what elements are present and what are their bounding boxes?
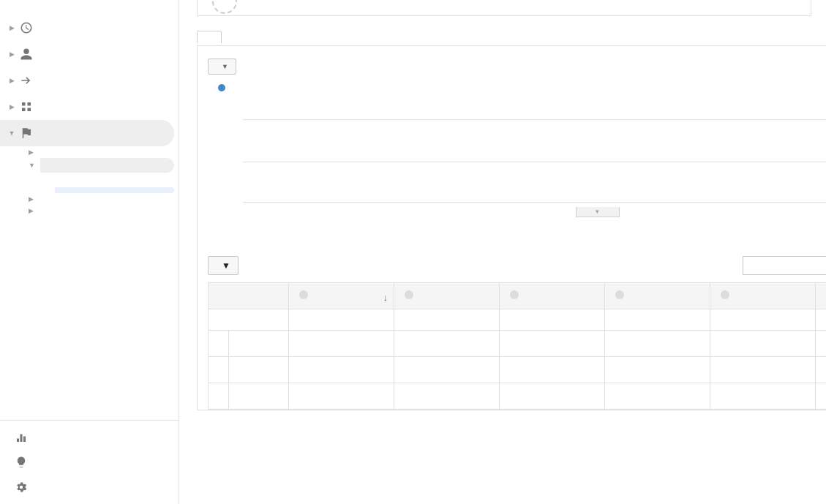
nav-admin[interactable]	[0, 475, 179, 500]
chart-x-axis	[208, 204, 826, 207]
gear-icon	[13, 481, 29, 494]
col-adds[interactable]	[605, 283, 710, 309]
subnav-goals[interactable]: ▶	[40, 146, 179, 158]
table-controls: ▼	[208, 256, 826, 275]
secondary-dimension-select[interactable]: ▼	[208, 256, 239, 275]
chevron-down-icon: ▼	[7, 129, 16, 137]
primary-dimension-row	[208, 238, 826, 249]
attribution-icon	[13, 431, 29, 444]
col-unique[interactable]	[816, 283, 826, 309]
row-name[interactable]	[229, 357, 289, 383]
col-views[interactable]: ↓	[288, 283, 394, 309]
tab-explorer[interactable]	[197, 31, 222, 43]
subnav-ecommerce[interactable]: ▼	[40, 158, 174, 173]
chevron-right-icon: ▶	[29, 207, 39, 214]
col-ctr[interactable]	[499, 283, 604, 309]
chart-legend	[218, 84, 826, 91]
chevron-down-icon: ▼	[222, 63, 228, 70]
nav-audience[interactable]: ▶	[0, 41, 179, 67]
table-search-input[interactable]	[743, 256, 826, 275]
col-name[interactable]	[209, 283, 289, 309]
nav-realtime[interactable]: ▶	[0, 15, 179, 41]
nav-behavior[interactable]: ▶	[0, 94, 179, 120]
flow-icon	[18, 100, 34, 113]
chevron-right-icon: ▶	[7, 50, 16, 58]
chevron-down-icon: ▼	[29, 162, 39, 169]
plot-controls: ▼	[208, 56, 826, 77]
chevron-right-icon: ▶	[7, 103, 16, 110]
data-table: ↓	[208, 282, 826, 410]
table-row[interactable]	[209, 331, 827, 357]
segment-box[interactable]	[197, 0, 811, 16]
subnav-marketing[interactable]: ▶	[40, 193, 179, 205]
totals-row	[209, 309, 827, 331]
row-name[interactable]	[229, 331, 289, 357]
nav-attribution[interactable]	[0, 425, 179, 450]
table-row[interactable]	[209, 383, 827, 410]
arrows-icon	[18, 74, 34, 87]
metric-select[interactable]: ▼	[208, 59, 236, 75]
line-chart	[208, 94, 826, 204]
clock-icon	[18, 21, 34, 34]
chevron-right-icon: ▶	[29, 195, 39, 203]
chevron-right-icon: ▶	[29, 148, 39, 156]
chart-pull-handle[interactable]: ▾	[576, 207, 620, 217]
bulb-icon	[13, 456, 29, 469]
col-checkouts[interactable]	[710, 283, 816, 309]
person-icon	[18, 48, 34, 61]
nav-discover[interactable]	[0, 450, 179, 475]
chevron-down-icon: ▼	[222, 260, 230, 271]
chevron-right-icon: ▶	[7, 77, 16, 84]
reports-heading	[0, 6, 179, 15]
legend-dot-icon	[218, 84, 225, 91]
ecom-product-list-performance[interactable]	[55, 187, 174, 193]
nav-acquisition[interactable]: ▶	[0, 67, 179, 94]
subnav-mcf[interactable]: ▶	[40, 205, 179, 217]
col-clicks[interactable]	[394, 283, 499, 309]
row-name[interactable]	[229, 383, 289, 410]
nav-conversions[interactable]: ▼	[0, 120, 174, 146]
add-segment-icon	[212, 0, 237, 14]
chevron-right-icon: ▶	[7, 24, 16, 31]
flag-icon	[18, 127, 34, 140]
table-row[interactable]	[209, 357, 827, 383]
